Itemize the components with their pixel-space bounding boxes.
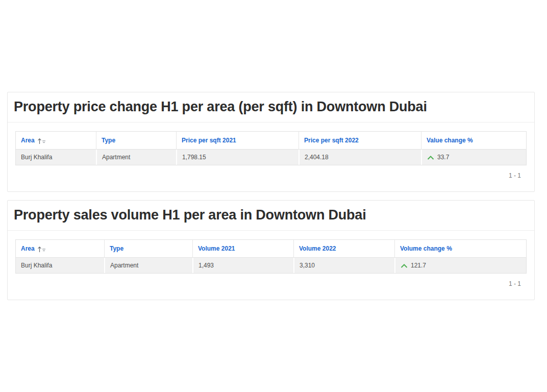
sales-volume-card-title: Property sales volume H1 per area in Dow…: [8, 201, 534, 231]
column-header-area-label: Area: [21, 137, 35, 144]
cell-volume-2021: 1,493: [192, 258, 293, 273]
column-header-type[interactable]: Type: [104, 240, 192, 258]
price-change-table: Area Type: [15, 131, 527, 165]
column-header-value-change[interactable]: Value change %: [421, 132, 526, 150]
cell-type: Apartment: [96, 150, 176, 165]
column-header-volume-2022[interactable]: Volume 2022: [293, 240, 394, 258]
column-header-volume-2022-label: Volume 2022: [299, 245, 336, 252]
price-change-card: Property price change H1 per area (per s…: [7, 92, 535, 192]
column-header-volume-change[interactable]: Volume change %: [394, 240, 526, 258]
pagination-range: 1 - 1: [15, 280, 527, 287]
column-header-volume-2021-label: Volume 2021: [198, 245, 235, 252]
table-row: Burj Khalifa Apartment 1,798.15 2,404.18…: [16, 150, 526, 165]
column-header-type-label: Type: [110, 245, 123, 252]
chevron-up-icon: [427, 156, 434, 160]
column-header-value-change-label: Value change %: [427, 137, 473, 144]
column-header-price-2021[interactable]: Price per sqft 2021: [176, 132, 299, 150]
column-header-area[interactable]: Area: [16, 132, 96, 150]
pagination-range: 1 - 1: [15, 172, 527, 179]
cell-volume-2022: 3,310: [293, 258, 394, 273]
cell-value-change: 33.7: [421, 150, 526, 165]
column-header-price-2021-label: Price per sqft 2021: [182, 137, 236, 144]
cell-area: Burj Khalifa: [16, 150, 96, 165]
cell-type: Apartment: [104, 258, 192, 273]
header-row: Area Type: [16, 132, 526, 150]
column-header-area[interactable]: Area: [16, 240, 104, 258]
sales-volume-card: Property sales volume H1 per area in Dow…: [7, 200, 535, 300]
sales-volume-table: Area Type: [15, 239, 527, 274]
report-canvas: Property price change H1 per area (per s…: [7, 92, 535, 308]
column-header-volume-2021[interactable]: Volume 2021: [192, 240, 293, 258]
header-row: Area Type: [16, 240, 526, 258]
column-header-type[interactable]: Type: [96, 132, 176, 150]
table-row: Burj Khalifa Apartment 1,493 3,310 121.7: [16, 258, 526, 273]
cell-price-2022: 2,404.18: [299, 150, 421, 165]
sales-volume-card-body: Area Type: [8, 231, 534, 300]
column-header-price-2022-label: Price per sqft 2022: [304, 137, 359, 144]
cell-volume-change-number: 121.7: [411, 262, 426, 269]
sort-ascending-with-bars-icon[interactable]: [37, 246, 46, 253]
column-header-price-2022[interactable]: Price per sqft 2022: [299, 132, 421, 150]
column-header-volume-change-label: Volume change %: [400, 245, 452, 252]
price-change-card-body: Area Type: [8, 122, 534, 191]
cell-price-2021: 1,798.15: [176, 150, 299, 165]
column-header-type-label: Type: [102, 137, 115, 144]
price-change-card-title: Property price change H1 per area (per s…: [8, 92, 534, 122]
cell-value-change-number: 33.7: [437, 154, 449, 161]
column-header-area-label: Area: [21, 245, 35, 252]
sort-ascending-with-bars-icon[interactable]: [37, 138, 46, 144]
cell-area: Burj Khalifa: [16, 258, 104, 273]
cell-volume-change: 121.7: [394, 258, 526, 273]
chevron-up-icon: [401, 264, 408, 268]
